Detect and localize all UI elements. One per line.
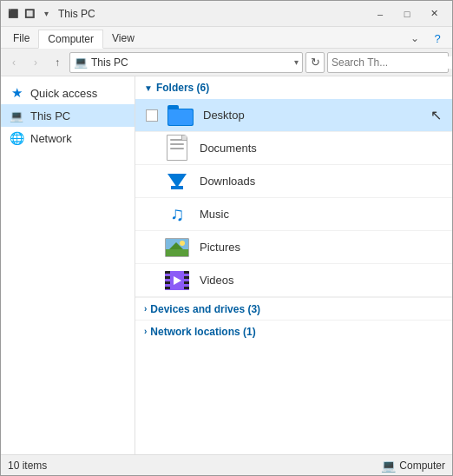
quick-access-toolbar: ▾	[39, 7, 53, 21]
status-right: 💻 Computer	[381, 459, 445, 473]
ribbon-collapse-button[interactable]: ⌄	[405, 29, 424, 48]
help-button[interactable]: ?	[428, 29, 447, 48]
documents-icon-wrap	[163, 135, 191, 162]
ribbon-tab-bar: File Computer View ⌄ ?	[1, 27, 452, 48]
status-computer-label: Computer	[399, 459, 445, 472]
close-button[interactable]: ✕	[421, 5, 447, 23]
downloads-folder-icon	[165, 169, 189, 194]
address-pc-icon: 💻	[74, 56, 88, 69]
status-item-count: 10 items	[8, 459, 47, 472]
refresh-button[interactable]: ↻	[305, 52, 325, 73]
sidebar: ★ Quick access 💻 This PC 🌐 Network	[1, 76, 135, 454]
music-folder-icon: ♫	[170, 203, 185, 226]
title-bar-controls: – □ ✕	[367, 5, 447, 23]
folders-section-header[interactable]: ▼ Folders (6)	[135, 76, 452, 99]
downloads-icon-wrap	[163, 168, 191, 195]
content-area: ▼ Folders (6) Desktop ↖	[135, 76, 452, 454]
sidebar-item-quick-access[interactable]: ★ Quick access	[1, 82, 135, 104]
pictures-folder-icon	[165, 238, 189, 257]
desktop-folder-icon	[167, 105, 194, 126]
minimize-button[interactable]: –	[367, 5, 393, 23]
folder-item-music[interactable]: ♫ Music	[135, 198, 452, 231]
videos-folder-icon	[165, 271, 189, 290]
back-button[interactable]: ‹	[4, 53, 23, 72]
folder-item-documents[interactable]: Documents	[135, 132, 452, 165]
sidebar-item-label-this-pc: This PC	[30, 109, 70, 122]
folders-chevron-icon: ▼	[144, 83, 153, 93]
devices-chevron-icon: ›	[144, 304, 147, 314]
search-input[interactable]	[332, 56, 453, 69]
status-pc-icon: 💻	[381, 459, 396, 473]
folder-item-pictures[interactable]: Pictures	[135, 231, 452, 264]
folder-label-music: Music	[200, 208, 442, 221]
search-box[interactable]: 🔍	[327, 52, 449, 73]
sidebar-item-label-network: Network	[30, 132, 72, 145]
network-icon: 🌐	[8, 129, 25, 147]
address-bar-row: ‹ › ↑ 💻 This PC ▾ ↻ 🔍	[1, 49, 452, 76]
network-locations-section-header[interactable]: › Network locations (1)	[135, 320, 452, 342]
documents-folder-icon	[165, 135, 189, 162]
desktop-icon-wrap	[167, 102, 194, 129]
folder-label-videos: Videos	[200, 274, 442, 287]
address-box[interactable]: 💻 This PC ▾	[69, 52, 303, 73]
videos-icon-wrap	[163, 267, 191, 294]
this-pc-icon: 💻	[8, 107, 25, 124]
status-bar: 10 items 💻 Computer	[1, 454, 452, 475]
folder-label-documents: Documents	[200, 142, 442, 155]
sidebar-item-this-pc[interactable]: 💻 This PC	[1, 104, 135, 127]
title-bar-title: This PC	[58, 8, 367, 20]
address-text: This PC	[91, 56, 291, 69]
address-dropdown-icon[interactable]: ▾	[294, 57, 299, 67]
folder-item-videos[interactable]: Videos	[135, 264, 452, 297]
ribbon: File Computer View ⌄ ?	[1, 27, 452, 49]
devices-section-header[interactable]: › Devices and drives (3)	[135, 297, 452, 320]
quick-access-icon: ★	[8, 84, 25, 102]
cursor-arrow: ↖	[430, 107, 442, 123]
folder-label-downloads: Downloads	[200, 175, 442, 188]
devices-section-label: Devices and drives (3)	[150, 303, 260, 315]
maximize-button[interactable]: □	[394, 5, 420, 23]
folder-label-desktop: Desktop	[203, 109, 422, 122]
network-locations-chevron-icon: ›	[144, 327, 147, 336]
app-icon-2: 🔲	[23, 7, 36, 21]
forward-button[interactable]: ›	[26, 53, 45, 72]
folders-section-label: Folders (6)	[156, 82, 209, 94]
folder-item-downloads[interactable]: Downloads	[135, 165, 452, 198]
tab-view[interactable]: View	[103, 29, 143, 48]
title-bar: ⬛ 🔲 ▾ This PC – □ ✕	[1, 1, 452, 27]
pictures-icon-wrap	[163, 234, 191, 261]
desktop-checkbox[interactable]	[146, 109, 158, 122]
tab-file[interactable]: File	[4, 29, 38, 48]
main-content: ★ Quick access 💻 This PC 🌐 Network ▼ Fol…	[1, 76, 452, 454]
sidebar-item-network[interactable]: 🌐 Network	[1, 127, 135, 149]
folder-item-desktop[interactable]: Desktop ↖	[135, 99, 452, 132]
network-locations-section-label: Network locations (1)	[150, 326, 255, 338]
title-bar-app-icons: ⬛ 🔲 ▾	[6, 7, 53, 21]
app-icon-1: ⬛	[6, 7, 20, 21]
sidebar-item-label-quick-access: Quick access	[30, 87, 97, 100]
music-icon-wrap: ♫	[163, 201, 191, 228]
folder-label-pictures: Pictures	[200, 241, 442, 254]
up-button[interactable]: ↑	[48, 53, 67, 72]
tab-computer[interactable]: Computer	[38, 30, 103, 49]
